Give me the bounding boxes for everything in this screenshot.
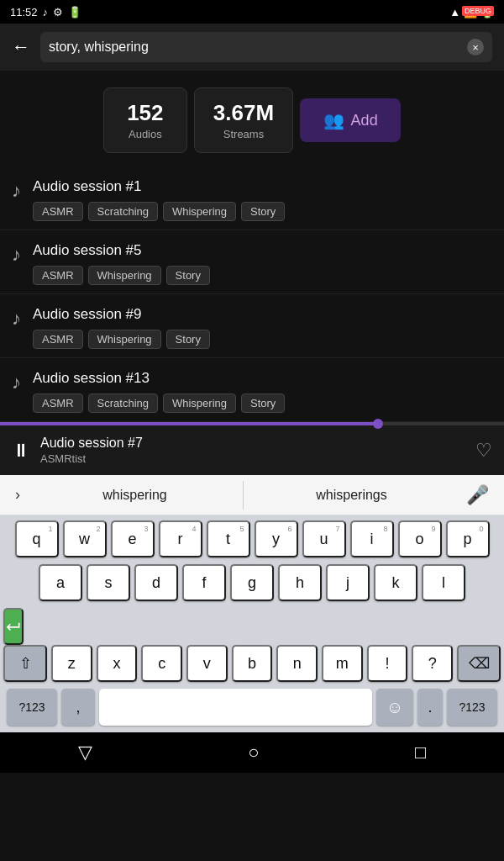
key-j[interactable]: j (326, 564, 370, 601)
now-playing-section: ⏸ Audio session #7 ASMRtist ♡ (0, 422, 504, 475)
key-letter-label: ? (428, 655, 437, 673)
music-status-icon: ♪ (43, 6, 49, 18)
emoji-button[interactable]: ☺ (376, 689, 413, 726)
tag: Whispering (88, 330, 161, 349)
expand-autocomplete-button[interactable]: › (8, 486, 27, 504)
sym-button-right[interactable]: ?123 (447, 689, 497, 726)
audios-number: 152 (123, 100, 168, 126)
music-note-icon: ♪ (12, 244, 21, 266)
favorite-button[interactable]: ♡ (475, 440, 492, 462)
key-r[interactable]: 4r (159, 520, 202, 557)
key-z[interactable]: z (51, 645, 92, 682)
key-letter-label: p (463, 531, 471, 548)
tag: Story (241, 202, 285, 221)
key-t[interactable]: 5t (207, 520, 250, 557)
key-x[interactable]: x (97, 645, 138, 682)
key-num-label: 2 (96, 525, 100, 533)
key-k[interactable]: k (374, 564, 417, 601)
key-letter-label: u (319, 531, 328, 548)
session-tags: ASMRScratchingWhisperingStory (33, 394, 492, 413)
nav-home-button[interactable]: ○ (248, 742, 259, 763)
key-letter-label: a (56, 574, 65, 592)
streams-label: Streams (213, 128, 274, 140)
microphone-button[interactable]: 🎤 (459, 484, 496, 506)
key-d[interactable]: d (134, 564, 178, 601)
key-l[interactable]: l (422, 564, 465, 601)
session-item-3[interactable]: ♪ Audio session #13 ASMRScratchingWhispe… (0, 358, 504, 422)
tag: ASMR (33, 394, 83, 413)
key-g[interactable]: g (230, 564, 274, 601)
key-o[interactable]: 9o (398, 520, 442, 557)
session-tags: ASMRWhisperingStory (33, 330, 492, 349)
pause-button[interactable]: ⏸ (12, 440, 30, 462)
key-letter-label: z (68, 655, 76, 673)
search-bar: ← × (0, 24, 504, 71)
settings-status-icon: ⚙ (53, 6, 63, 18)
session-item-2[interactable]: ♪ Audio session #9 ASMRWhisperingStory (0, 294, 504, 358)
key-a[interactable]: a (39, 564, 82, 601)
nav-back-button[interactable]: ▽ (78, 742, 92, 763)
backspace-button[interactable]: ⌫ (457, 645, 501, 682)
key-i[interactable]: 8i (350, 520, 394, 557)
tag: Whispering (88, 266, 161, 285)
enter-button[interactable] (3, 608, 24, 645)
nav-recent-button[interactable]: □ (415, 742, 426, 763)
autocomplete-suggestion[interactable]: whisperings (244, 481, 459, 510)
search-input[interactable] (49, 40, 467, 55)
debug-badge: DEBUG (462, 6, 494, 16)
add-button[interactable]: 👥 Add (300, 98, 401, 142)
key-letter-label: h (296, 574, 304, 592)
back-button[interactable]: ← (12, 38, 30, 56)
key-f[interactable]: f (182, 564, 226, 601)
shift-button[interactable]: ⇧ (3, 645, 47, 682)
status-right: ▲ 📶 🔋 DEBUG (449, 6, 494, 18)
key-n[interactable]: n (276, 645, 318, 682)
tag: ASMR (33, 330, 83, 349)
tag: Story (241, 394, 285, 413)
key-v[interactable]: v (186, 645, 228, 682)
key-y[interactable]: 6y (255, 520, 298, 557)
session-item-0[interactable]: ♪ Audio session #1 ASMRScratchingWhisper… (0, 166, 504, 230)
key-letter-label: l (442, 574, 445, 592)
key-w[interactable]: 2w (63, 520, 107, 557)
key-c[interactable]: c (141, 645, 182, 682)
time: 11:52 (10, 6, 38, 18)
tag: ASMR (33, 266, 83, 285)
period-button[interactable]: . (417, 689, 443, 726)
key-?[interactable]: ? (412, 645, 453, 682)
streams-stat: 3.67M Streams (194, 87, 293, 153)
key-b[interactable]: b (232, 645, 273, 682)
key-letter-label: k (392, 574, 400, 592)
clear-button[interactable]: × (467, 39, 484, 55)
progress-knob[interactable] (373, 419, 383, 429)
keyboard-row-1: 1q2w3e4r5t6y7u8i9o0p (3, 520, 501, 557)
stats-row: 152 Audios 3.67M Streams 👥 Add (0, 71, 504, 166)
key-m[interactable]: m (322, 645, 363, 682)
add-label: Add (351, 112, 378, 129)
autocomplete-suggestion[interactable]: whispering (27, 481, 244, 510)
key-h[interactable]: h (278, 564, 322, 601)
music-note-icon: ♪ (12, 308, 21, 330)
key-num-label: 0 (479, 525, 483, 533)
key-u[interactable]: 7u (302, 520, 346, 557)
key-e[interactable]: 3e (111, 520, 155, 557)
sym-button-left[interactable]: ?123 (7, 689, 57, 726)
tag: Scratching (88, 202, 158, 221)
space-button[interactable] (99, 689, 372, 726)
key-q[interactable]: 1q (15, 520, 59, 557)
session-title: Audio session #5 (33, 242, 492, 259)
comma-button[interactable]: , (61, 689, 95, 726)
key-letter-label: s (105, 574, 113, 592)
session-item-1[interactable]: ♪ Audio session #5 ASMRWhisperingStory (0, 230, 504, 294)
key-letter-label: y (272, 531, 280, 548)
key-letter-label: t (226, 531, 230, 548)
key-![interactable]: ! (367, 645, 408, 682)
key-letter-label: n (293, 655, 302, 673)
key-s[interactable]: s (87, 564, 130, 601)
progress-bar[interactable] (0, 422, 504, 425)
keyboard-row-3: ⇧ zxcvbnm!? ⌫ (3, 645, 501, 682)
tag: Story (166, 330, 210, 349)
session-title: Audio session #13 (33, 370, 492, 387)
now-playing-title: Audio session #7 (40, 436, 465, 451)
key-p[interactable]: 0p (446, 520, 490, 557)
